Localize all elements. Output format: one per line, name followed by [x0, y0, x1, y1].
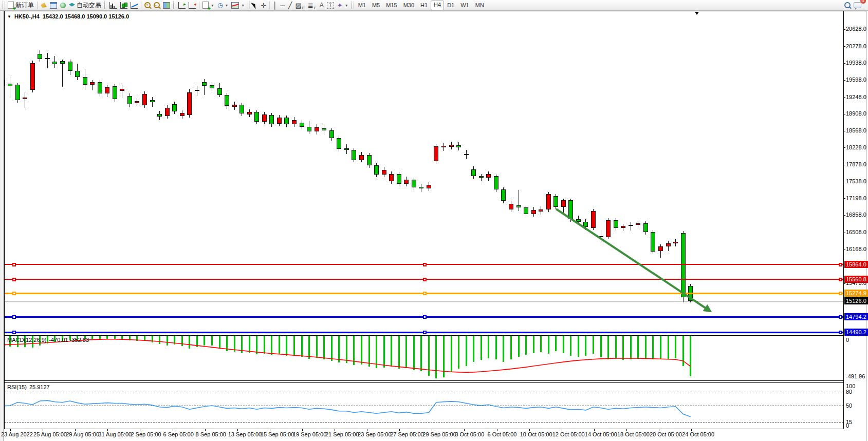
timeframe-button-h1[interactable]: H1	[417, 1, 431, 10]
candle	[30, 63, 35, 90]
chart-shift-button[interactable]: ◂	[187, 1, 197, 10]
line-anchor-marker[interactable]	[839, 315, 842, 319]
vertical-line-button[interactable]: │	[271, 1, 279, 10]
candle	[673, 242, 678, 243]
chart-title: ▼ HK50-,H4 15432.0 15468.0 15090.0 15126…	[7, 13, 129, 20]
timeframe-button-h4[interactable]: H4	[431, 1, 444, 10]
chart-symbol-period: HK50-,H4	[14, 13, 40, 20]
candle	[38, 54, 42, 59]
timeframe-button-m5[interactable]: M5	[369, 1, 383, 10]
horizontal-line-button[interactable]: ─	[279, 1, 286, 10]
zoom-out-button[interactable]: -	[152, 1, 161, 10]
line-anchor-marker[interactable]	[423, 278, 427, 281]
timeframe-button-m15[interactable]: M15	[383, 1, 400, 10]
candle	[449, 145, 454, 147]
tile-windows-button[interactable]	[161, 1, 172, 10]
chart-bars-button[interactable]	[108, 1, 119, 10]
shapes-button[interactable]: ✦▼	[336, 1, 350, 10]
toolbar-grip[interactable]	[173, 2, 175, 9]
period-menu-button[interactable]: ◷▼	[216, 1, 230, 10]
chart-candles-button[interactable]	[119, 1, 129, 10]
panel-border	[4, 334, 843, 334]
market-window-button[interactable]	[48, 1, 59, 10]
candle	[456, 145, 461, 147]
line-anchor-marker[interactable]	[12, 315, 16, 319]
line-anchor-marker[interactable]	[12, 278, 16, 281]
market-window-icon	[50, 2, 57, 9]
line-anchor-marker[interactable]	[839, 292, 842, 295]
candle	[397, 174, 401, 184]
candle-wick	[10, 75, 10, 98]
timeframe-button-d1[interactable]: D1	[444, 1, 457, 10]
megaphone-button[interactable]	[39, 1, 48, 10]
label-button[interactable]: T	[325, 1, 336, 10]
trendline-button[interactable]: ╱	[287, 1, 294, 10]
line-anchor-marker[interactable]	[12, 263, 16, 266]
line-anchor-marker[interactable]	[839, 263, 842, 266]
price-axis-label: 17538.0	[846, 178, 866, 184]
cursor-button[interactable]	[251, 1, 259, 10]
date-tick	[399, 429, 400, 431]
line-anchor-marker[interactable]	[423, 315, 427, 319]
timeframe-button-m1[interactable]: M1	[355, 1, 369, 10]
rsi-panel[interactable]: RSI(15) 25.9127	[4, 382, 843, 429]
main-chart-panel[interactable]: ▼ HK50-,H4 15432.0 15468.0 15090.0 15126…	[4, 11, 843, 334]
toolbar-grip[interactable]	[104, 2, 106, 9]
rsi-name: RSI(15)	[7, 384, 27, 390]
date-tick	[529, 429, 530, 431]
channel-button[interactable]: ▨E	[293, 1, 306, 10]
search-button[interactable]	[843, 1, 852, 10]
macd-panel[interactable]: MACD(12,26,9) -470.01 -352.83	[4, 335, 843, 380]
horizontal-line-object[interactable]	[4, 301, 843, 301]
timeframe-button-m30[interactable]: M30	[400, 1, 417, 10]
crosshair-button[interactable]: ✛	[259, 1, 268, 10]
candle	[45, 58, 50, 59]
date-label: 29 Aug 05:00	[66, 431, 99, 437]
price-axis-label: 16508.0	[846, 229, 866, 235]
chart-dropdown-icon[interactable]: ▼	[7, 14, 11, 19]
signal-button[interactable]	[59, 1, 67, 10]
zoom-in-button[interactable]: +	[143, 1, 152, 10]
timeframe-button-mn[interactable]: MN	[472, 1, 487, 10]
candle	[367, 155, 372, 165]
chat-button[interactable]: 1	[852, 1, 863, 10]
indicators-button[interactable]: ▼	[230, 1, 246, 10]
candle	[83, 77, 87, 85]
candle	[113, 86, 117, 99]
fibonacci-button[interactable]: ≣F	[306, 1, 318, 10]
candle	[52, 62, 57, 64]
date-tick	[140, 429, 140, 431]
toolbar-grip[interactable]	[352, 2, 354, 9]
timeframe-button-w1[interactable]: W1	[457, 1, 472, 10]
date-tick	[43, 429, 43, 431]
toolbar-grip[interactable]	[248, 2, 250, 9]
chart-line-button[interactable]	[129, 1, 139, 10]
auto-scroll-button[interactable]: ▸	[177, 1, 187, 10]
panel-border	[843, 11, 844, 429]
price-line-label: 15560.8	[844, 276, 868, 283]
line-anchor-marker[interactable]	[12, 292, 16, 295]
toolbar-grip[interactable]	[3, 2, 5, 9]
date-label: 14 Oct 05:00	[585, 431, 617, 437]
text-button[interactable]: A	[318, 1, 325, 10]
candles-chart-icon	[120, 2, 127, 9]
rsi-value: 25.9127	[29, 384, 50, 390]
date-label: 19 Sep 05:00	[293, 431, 326, 437]
horizontal-line-icon: ─	[280, 2, 285, 9]
trend-arrow-object[interactable]	[556, 208, 712, 313]
new-chart-button[interactable]: ▼	[201, 1, 216, 10]
line-anchor-marker[interactable]	[423, 292, 427, 295]
line-anchor-marker[interactable]	[423, 263, 427, 266]
auto-scroll-icon: ▸	[178, 2, 186, 9]
macd-values: -470.01 -352.83	[49, 337, 89, 343]
candle	[419, 187, 423, 189]
candle	[427, 185, 431, 189]
line-anchor-marker[interactable]	[839, 278, 842, 281]
candle	[120, 89, 124, 91]
new-order-button[interactable]: 新订单	[6, 1, 35, 10]
algo-trading-button[interactable]: 自动交易	[67, 1, 103, 10]
candle	[135, 101, 139, 103]
date-tick	[302, 429, 303, 431]
candle	[344, 148, 349, 150]
rsi-title: RSI(15) 25.9127	[7, 384, 50, 390]
